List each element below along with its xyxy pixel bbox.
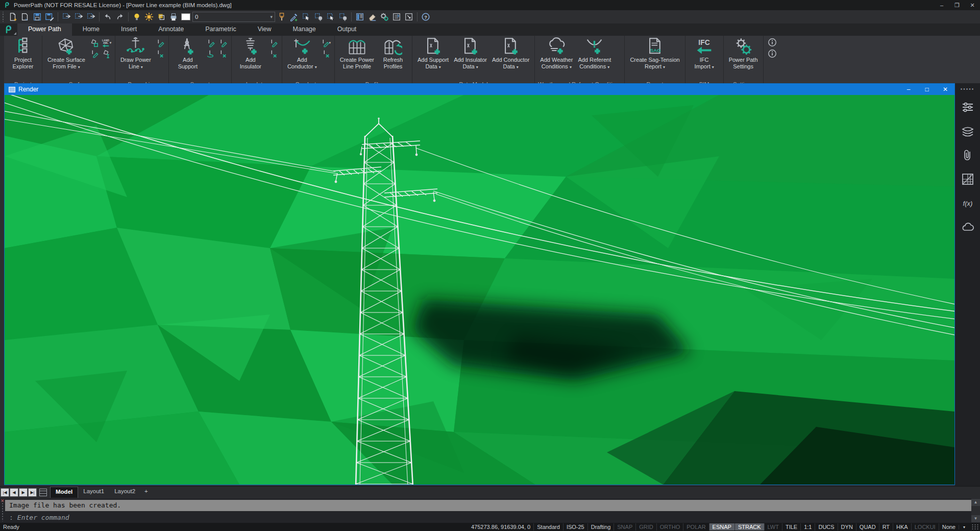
status-toggle-rt[interactable]: RT [879,523,893,530]
minimize-button[interactable]: – [934,0,949,10]
tab-insert[interactable]: Insert [110,23,148,36]
ifc-import-button[interactable]: IFC Import ▾ [689,36,720,70]
close-button[interactable]: ✕ [965,0,980,10]
paste-icon[interactable] [85,11,96,22]
dock-drag-handle[interactable]: ••••• [961,87,975,91]
edit-conductor-icon[interactable]: ▾ [320,38,331,48]
status-toggle-1-1[interactable]: 1:1 [800,523,815,530]
sun-properties-icon[interactable] [143,11,155,22]
add-conductor-data-button[interactable]: Add Conductor Data ▾ [490,36,531,70]
status-toggle-iso-25[interactable]: ISO-25 [563,523,587,530]
status-toggle-drafting[interactable]: Drafting [587,523,614,530]
add-support-data-button[interactable]: Add Support Data ▾ [415,36,451,70]
edit-surface-icon[interactable] [88,49,100,59]
layout-tab-layout2[interactable]: Layout2 [109,487,140,498]
statusbar-grip[interactable] [971,524,978,530]
save-as-icon[interactable] [44,11,55,22]
offset-surface-icon[interactable] [88,38,100,48]
add-referent-conditions-button[interactable]: Add Referent Conditions ▾ [576,36,613,70]
print-icon[interactable] [168,11,179,22]
delete-power-line-icon[interactable] [154,49,165,59]
status-toggle-lockui[interactable]: LOCKUI [911,523,939,530]
render-maximize-button[interactable]: □ [918,84,936,95]
first-layout-button[interactable]: |◀ [1,488,9,497]
fields-panel-icon[interactable] [959,195,976,212]
product-info-icon[interactable] [768,38,777,47]
project-explorer-button[interactable]: Project Explorer [7,36,39,70]
status-toggle-esnap[interactable]: ESNAP [709,523,734,530]
delete-conductor-icon[interactable] [320,49,331,59]
select-objects-icon[interactable] [301,11,312,22]
status-toggle-lwt[interactable]: LWT [764,523,782,530]
properties-panel-icon[interactable] [959,99,976,116]
status-toggle-standard[interactable]: Standard [533,523,563,530]
draw-power-line-button[interactable]: Draw Power Line ▾ [118,36,153,70]
command-scrollbar[interactable]: ▲ ▼ [971,499,980,522]
create-surface-from-file-button[interactable]: Create Surface From File ▾ [45,36,87,70]
annotation-list-caret[interactable]: ▾ [959,525,969,529]
scroll-up-icon[interactable]: ▲ [971,499,980,506]
cut-icon[interactable] [61,11,72,22]
hide-objects-icon[interactable] [325,11,336,22]
layout-tab-model[interactable]: Model [50,487,78,498]
status-toggle-grid[interactable]: GRID [635,523,656,530]
edit-support-icon[interactable] [205,38,216,48]
command-input[interactable]: : Enter command [5,513,971,522]
save-icon[interactable] [32,11,43,22]
scroll-down-icon[interactable]: ▼ [971,515,980,522]
layout-list-icon[interactable] [39,489,47,496]
help-icon[interactable] [420,11,431,22]
tab-home[interactable]: Home [72,23,110,36]
rotate-support-icon[interactable] [205,49,216,59]
redo-icon[interactable] [114,11,126,22]
delete-support-icon[interactable] [217,49,228,59]
edit-insulator-icon[interactable] [267,38,279,48]
open-file-icon[interactable] [19,11,31,22]
create-sag-tension-report-button[interactable]: Create Sag-Tension Report ▾ [628,36,681,70]
layout-tab-layout1[interactable]: Layout1 [78,487,109,498]
add-layout-button[interactable]: + [140,487,152,498]
isolate-objects-icon[interactable] [313,11,324,22]
surface-statistics-icon[interactable] [101,49,112,59]
powerpath-logo-tab[interactable] [0,23,17,36]
show-objects-icon[interactable] [337,11,349,22]
status-toggle-quad[interactable]: QUAD [856,523,879,530]
tab-view[interactable]: View [247,23,282,36]
render-close-button[interactable]: ✕ [936,84,954,95]
status-toggle-ducs[interactable]: DUCS [815,523,837,530]
new-file-icon[interactable] [7,11,18,22]
refresh-profiles-button[interactable]: Refresh Profiles [377,36,409,70]
window-icon[interactable] [403,11,414,22]
import-landxml-icon[interactable]: ▾ [101,38,112,48]
materials-icon[interactable] [156,11,167,22]
lighting-icon[interactable] [131,11,142,22]
status-toggle-polar[interactable]: POLAR [683,523,708,530]
undo-icon[interactable] [102,11,113,22]
color-swatch[interactable] [181,13,190,20]
status-toggle-strack[interactable]: STRACK [734,523,764,530]
settings-gears-icon[interactable] [379,11,390,22]
tab-annotate[interactable]: Annotate [148,23,194,36]
copy-icon[interactable] [73,11,84,22]
status-toggle-hka[interactable]: HKA [893,523,911,530]
match-properties-icon[interactable] [276,11,287,22]
add-insulator-button[interactable]: Add Insulator [235,36,266,70]
prev-layout-button[interactable]: ◀ [10,488,18,497]
copy-properties-icon[interactable] [288,11,300,22]
status-toggle-none[interactable]: None [939,523,959,530]
add-conductor-button[interactable]: Add Conductor ▾ [285,36,319,70]
panel-config-icon[interactable] [391,11,402,22]
add-support-button[interactable]: Add Support [172,36,204,70]
tab-manage[interactable]: Manage [282,23,327,36]
restore-button[interactable]: ❐ [949,0,965,10]
tab-parametric[interactable]: Parametric [194,23,247,36]
layers-panel-icon[interactable] [959,123,976,140]
last-layout-button[interactable]: ▶| [28,488,37,497]
render-window-titlebar[interactable]: Render – □ ✕ [5,84,954,95]
status-toggle-dyn[interactable]: DYN [838,523,856,530]
about-icon[interactable] [768,49,777,58]
cloud-panel-icon[interactable] [959,219,976,236]
render-minimize-button[interactable]: – [899,84,918,95]
attachments-panel-icon[interactable] [959,147,976,164]
tab-power-path[interactable]: Power Path [17,23,72,36]
